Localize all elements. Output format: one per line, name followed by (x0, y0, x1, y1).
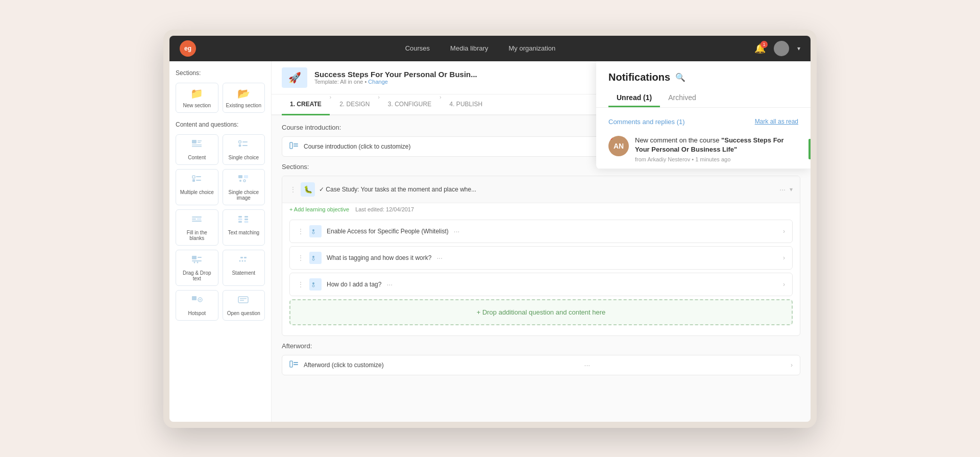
logo-badge[interactable]: eg (180, 40, 196, 57)
svg-rect-19 (197, 219, 201, 220)
sidebar: Sections: 📁 New section 📂 Existing secti… (169, 61, 272, 422)
question-row-0[interactable]: ⋮ Enable Access for Specific People (Whi… (289, 220, 793, 243)
svg-rect-26 (244, 221, 248, 223)
new-section-icon: 📁 (190, 87, 203, 100)
q0-more[interactable]: ··· (454, 227, 460, 235)
sidebar-item-text-matching[interactable]: Text matching (223, 209, 265, 246)
svg-point-36 (244, 260, 246, 261)
nav-media-library[interactable]: Media library (450, 44, 488, 52)
step-create[interactable]: 1. CREATE (282, 94, 330, 115)
drop-zone[interactable]: + Drop additional question and content h… (289, 299, 793, 325)
svg-point-5 (239, 140, 241, 143)
svg-rect-4 (192, 146, 202, 147)
q2-more[interactable]: ··· (386, 280, 393, 288)
add-learning-objective[interactable]: + Add learning objective (289, 206, 349, 212)
question-row-1[interactable]: ⋮ What is tagging and how does it work? … (289, 246, 793, 270)
svg-rect-53 (293, 362, 298, 363)
svg-rect-12 (196, 180, 201, 181)
single-choice-image-icon (237, 174, 250, 186)
section-more-icon[interactable]: ··· (779, 185, 786, 194)
drag-drop-label: Drag & Drop text (179, 270, 215, 281)
course-intro-text: Course introduction (click to customize) (304, 143, 410, 150)
q0-chevron: › (783, 228, 785, 235)
hotspot-icon (191, 295, 203, 307)
notif-avatar-0: AN (608, 136, 629, 156)
svg-point-48 (312, 256, 314, 258)
section-collapse-icon[interactable]: ▾ (790, 186, 793, 193)
notif-tabs: Unread (1) Archived (596, 83, 811, 107)
question-row-2[interactable]: ⋮ How do I add a tag? ··· › (289, 273, 793, 296)
avatar-chevron[interactable]: ▾ (797, 45, 800, 52)
drag-drop-icon (191, 254, 203, 267)
section-block: ⋮ 🐛 ✓ Case Study: Your tasks at the mome… (282, 176, 800, 336)
svg-rect-44 (293, 143, 298, 145)
notif-header: Notifications 🔍 (596, 61, 811, 83)
sections-grid: 📁 New section 📂 Existing section (176, 83, 265, 113)
notif-meta-0: from Arkadiy Nesterov • 1 minutes ago (635, 156, 798, 162)
svg-rect-54 (293, 364, 298, 365)
sidebar-item-fill-blanks[interactable]: Fill in the blanks (176, 209, 218, 246)
content-label: Content (188, 155, 206, 160)
q0-drag[interactable]: ⋮ (297, 227, 304, 235)
section-block-meta: + Add learning objective Last edited: 12… (282, 203, 800, 215)
section-drag-handle[interactable]: ⋮ (289, 185, 297, 194)
svg-rect-14 (244, 175, 248, 178)
sidebar-item-content[interactable]: Content (176, 134, 218, 165)
unread-dot (608, 136, 612, 140)
step-configure[interactable]: 3. CONFIGURE (380, 94, 439, 115)
svg-rect-8 (242, 145, 248, 146)
afterword-row[interactable]: Afterword (click to customize) ··· › (282, 355, 800, 375)
notif-tab-archived[interactable]: Archived (660, 89, 704, 107)
section-block-header: ⋮ 🐛 ✓ Case Study: Your tasks at the mome… (282, 176, 800, 203)
q1-more[interactable]: ··· (436, 254, 443, 262)
sidebar-item-hotspot[interactable]: Hotspot (176, 290, 218, 321)
svg-rect-28 (198, 257, 202, 258)
mark-all-read-link[interactable]: Mark all as read (755, 118, 798, 125)
afterword-more[interactable]: ··· (584, 361, 591, 369)
svg-rect-37 (192, 296, 197, 300)
q2-drag[interactable]: ⋮ (297, 280, 304, 288)
notif-title: Notifications (608, 71, 670, 83)
sidebar-item-drag-drop[interactable]: Drag & Drop text (176, 250, 218, 286)
sidebar-item-existing-section[interactable]: 📂 Existing section (223, 83, 265, 113)
sidebar-item-single-choice-image[interactable]: Single choice image (223, 169, 265, 205)
sidebar-item-open-question[interactable]: Open question (223, 290, 265, 321)
svg-rect-6 (242, 141, 248, 142)
q2-icon (309, 278, 322, 291)
svg-rect-13 (238, 175, 242, 178)
svg-point-34 (239, 260, 241, 261)
svg-point-31 (197, 261, 198, 263)
svg-point-51 (312, 285, 314, 287)
user-avatar[interactable] (774, 41, 789, 56)
svg-point-16 (243, 180, 246, 182)
notif-tab-unread[interactable]: Unread (1) (608, 89, 660, 107)
change-template-link[interactable]: Change (368, 79, 388, 85)
notification-count-badge: 1 (761, 41, 768, 48)
bell-icon[interactable]: 🔔 1 (754, 43, 766, 54)
svg-rect-0 (192, 140, 197, 143)
svg-rect-24 (244, 219, 248, 220)
open-question-label: Open question (227, 310, 260, 316)
existing-section-label: Existing section (226, 103, 261, 108)
svg-rect-3 (192, 145, 202, 146)
course-thumbnail: 🚀 (282, 67, 307, 88)
q1-drag[interactable]: ⋮ (297, 254, 304, 262)
step-publish[interactable]: 4. PUBLISH (442, 94, 491, 115)
sidebar-item-statement[interactable]: Statement (223, 250, 265, 286)
afterword-section-label: Afterword: (282, 342, 800, 350)
notification-item-0[interactable]: AN New comment on the course "Success St… (596, 130, 811, 169)
sidebar-item-multiple-choice[interactable]: Multiple choice (176, 169, 218, 205)
afterword-text: Afterword (click to customize) (304, 362, 384, 369)
notif-body-0: New comment on the course "Success Steps… (635, 136, 798, 162)
nav-my-organization[interactable]: My organization (509, 44, 556, 52)
fill-blanks-label: Fill in the blanks (179, 230, 215, 241)
content-grid: Content Single choice (176, 134, 265, 321)
step-design[interactable]: 2. DESIGN (331, 94, 378, 115)
notif-search-icon[interactable]: 🔍 (675, 73, 685, 82)
svg-point-7 (239, 144, 241, 147)
sidebar-item-new-section[interactable]: 📁 New section (176, 83, 218, 113)
svg-rect-11 (192, 179, 195, 182)
sidebar-item-single-choice[interactable]: Single choice (223, 134, 265, 165)
svg-point-47 (312, 232, 314, 234)
nav-courses[interactable]: Courses (405, 44, 430, 52)
